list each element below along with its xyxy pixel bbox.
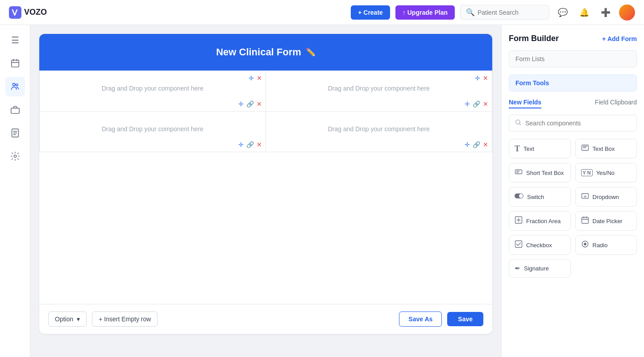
component-date-picker[interactable]: Date Picker [575,211,637,231]
yes-no-icon: Y N [581,169,593,176]
component-text[interactable]: T Text [509,139,571,158]
form-header: New Clinical Form ✏️ [39,34,492,71]
main-layout: ☰ New Clinical Form ✏️ [0,25,644,357]
sidebar-item-settings[interactable] [5,146,25,166]
attach-icon[interactable]: 🔗 [246,100,254,108]
form-cell[interactable]: Drag and Drop your component here ✛ ✕ ✛ … [40,71,266,111]
patient-search-box[interactable]: 🔍 [460,5,549,20]
fields-tabs: New Fields Field Clipboard [509,99,637,108]
logo[interactable]: VOZO [9,6,47,19]
form-cell[interactable]: Drag and Drop your component here ✛ 🔗 ✕ [266,112,492,152]
delete-icon[interactable]: ✕ [257,100,262,108]
component-signature[interactable]: ✒ Signature [509,259,571,278]
sidebar-item-patients[interactable] [5,77,25,96]
svg-point-3 [16,84,18,86]
cell-placeholder: Drag and Drop your component here [328,85,430,92]
component-fraction-area[interactable]: Fraction Area [509,211,571,231]
dropdown-icon [581,192,589,202]
cell-bottom-actions: ✛ 🔗 ✕ [238,100,262,108]
component-yes-no-label: Yes/No [596,170,615,176]
attach-icon[interactable]: 🔗 [246,141,254,148]
cell-bottom-actions: ✛ 🔗 ✕ [238,141,262,148]
form-lists-input[interactable] [509,50,637,67]
short-text-box-icon [515,168,523,178]
main-content: New Clinical Form ✏️ Drag and Drop your … [30,25,501,357]
drag-icon[interactable]: ✛ [465,100,470,108]
move-icon[interactable]: ✛ [249,75,254,82]
save-as-button[interactable]: Save As [399,311,442,327]
component-yes-no[interactable]: Y N Yes/No [575,163,637,183]
form-cell[interactable]: Drag and Drop your component here ✛ ✕ ✛ … [266,71,492,111]
edit-icon[interactable]: ✏️ [306,47,316,57]
component-text-label: Text [524,145,534,152]
remove-icon[interactable]: ✕ [257,75,262,82]
option-label: Option [55,315,73,323]
save-button[interactable]: Save [447,312,483,326]
sidebar-item-briefcase[interactable] [5,100,25,120]
search-icon: 🔍 [466,8,475,17]
component-dropdown[interactable]: Dropdown [575,187,637,207]
component-short-text-box-label: Short Text Box [526,170,564,176]
svg-point-6 [14,155,17,158]
insert-empty-row-button[interactable]: + Insert Empty row [92,311,158,327]
component-radio-label: Radio [593,242,608,249]
svg-point-11 [519,194,523,198]
attach-icon[interactable]: 🔗 [473,100,480,108]
delete-icon[interactable]: ✕ [483,100,488,108]
component-short-text-box[interactable]: Short Text Box [509,163,571,183]
component-dropdown-label: Dropdown [593,194,619,200]
svg-rect-9 [515,170,522,174]
component-checkbox[interactable]: Checkbox [509,235,571,255]
notifications-icon[interactable]: 🔔 [576,4,592,21]
svg-point-7 [516,120,520,124]
form-empty-area [39,152,492,304]
svg-rect-14 [582,217,588,224]
switch-icon [515,193,524,201]
components-grid: T Text Text Box Short Text Box Y N Yes/N… [509,139,637,278]
component-date-picker-label: Date Picker [593,218,623,224]
drag-icon[interactable]: ✛ [465,141,470,148]
form-tools-label: Form Tools [509,75,637,91]
cell-placeholder: Drag and Drop your component here [102,85,204,92]
add-icon[interactable]: ➕ [598,4,614,21]
tab-field-clipboard[interactable]: Field Clipboard [595,99,637,108]
cell-placeholder: Drag and Drop your component here [328,125,430,133]
delete-icon[interactable]: ✕ [257,141,262,148]
component-checkbox-label: Checkbox [526,242,552,249]
avatar[interactable] [619,4,635,21]
messages-icon[interactable]: 💬 [555,4,571,21]
remove-icon[interactable]: ✕ [483,75,488,82]
tab-new-fields[interactable]: New Fields [509,99,541,108]
radio-icon [581,240,589,250]
sidebar: ☰ [0,25,30,357]
form-title: New Clinical Form [216,46,301,58]
sidebar-item-calendar[interactable] [5,54,25,73]
cell-placeholder: Drag and Drop your component here [102,125,204,133]
drag-icon[interactable]: ✛ [238,100,244,108]
move-icon[interactable]: ✛ [475,75,480,82]
component-switch-label: Switch [527,194,544,200]
create-button[interactable]: + Create [351,5,390,20]
search-components-box[interactable] [509,115,637,132]
text-icon: T [515,144,520,154]
sidebar-item-document[interactable] [5,123,25,143]
text-box-icon [581,144,589,154]
component-switch[interactable]: Switch [509,187,571,207]
component-signature-label: Signature [524,265,549,272]
component-radio[interactable]: Radio [575,235,637,255]
svg-rect-1 [11,60,19,67]
delete-icon[interactable]: ✕ [483,141,488,148]
option-button[interactable]: Option ▾ [48,311,87,327]
patient-search-input[interactable] [478,9,544,16]
drag-icon[interactable]: ✛ [238,141,244,148]
attach-icon[interactable]: 🔗 [473,141,480,148]
search-components-input[interactable] [525,120,631,127]
upgrade-button[interactable]: ↑ Upgrade Plan [395,5,455,20]
form-row: Drag and Drop your component here ✛ 🔗 ✕ … [40,112,492,152]
add-form-button[interactable]: + Add Form [602,35,637,42]
component-text-box[interactable]: Text Box [575,139,637,158]
form-cell[interactable]: Drag and Drop your component here ✛ 🔗 ✕ [40,112,266,152]
date-picker-icon [581,216,589,226]
sidebar-item-menu[interactable]: ☰ [5,30,25,50]
form-grid: Drag and Drop your component here ✛ ✕ ✛ … [39,71,492,152]
